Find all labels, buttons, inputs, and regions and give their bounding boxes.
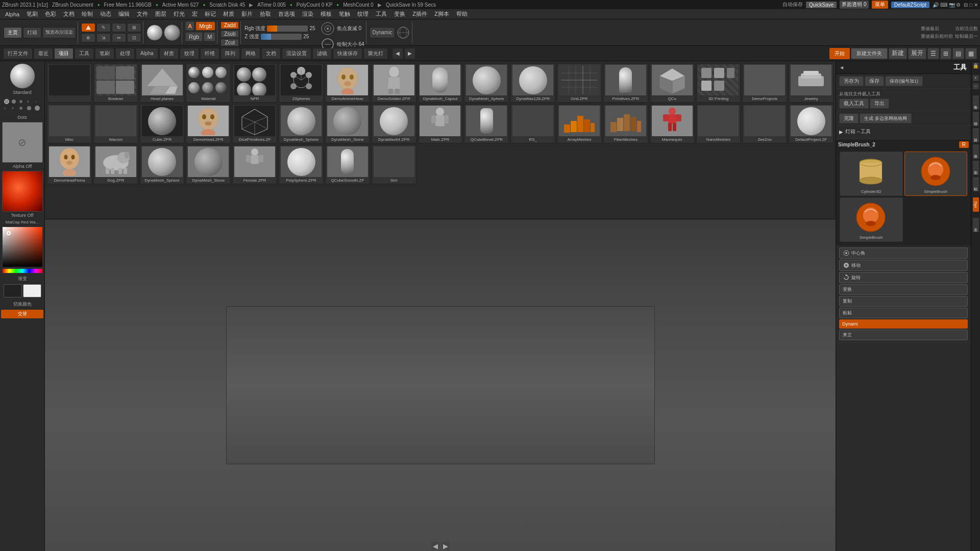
zadd-btn[interactable]: Zadd	[220, 21, 239, 29]
tab-recent[interactable]: 最近	[34, 48, 53, 59]
project-item-primitives[interactable]: Primitives.ZPR	[603, 63, 648, 103]
fr-stand-btn[interactable]: 来立	[972, 217, 979, 233]
brush-sphere[interactable]	[146, 24, 163, 41]
center-pivot-btn[interactable]: 中心角	[839, 247, 968, 259]
project-item-demoprojects[interactable]: DemoProjects	[742, 63, 787, 103]
save-btn[interactable]: 保存	[865, 76, 884, 86]
r-label[interactable]: R	[959, 141, 969, 148]
menu-edit[interactable]: 编辑	[115, 9, 133, 19]
project-item-misc[interactable]: Misc	[47, 104, 92, 143]
project-item-demohead[interactable]: DemoHead.ZPR	[186, 104, 231, 143]
project-item-male[interactable]: Male.ZPR	[418, 104, 463, 143]
menu-document[interactable]: 文档	[60, 9, 78, 19]
project-item-sim[interactable]: Sim	[372, 145, 416, 184]
project-item-dice[interactable]: DicePrimitives.ZF	[232, 104, 277, 143]
menu-stroke[interactable]: 笔触	[336, 9, 353, 19]
view-grid-btn[interactable]: ⊞	[940, 48, 951, 59]
save-as-btn[interactable]: 另存为	[839, 76, 864, 86]
menu-prefs[interactable]: 首选项	[275, 9, 298, 19]
menu-movie[interactable]: 影片	[238, 9, 256, 19]
alpha-preview[interactable]: ⊘	[2, 122, 43, 163]
white-swatch[interactable]	[23, 284, 41, 297]
texture-preview[interactable]	[2, 171, 43, 212]
project-item-dynamesh-stone[interactable]: DynaMesh_Stone	[325, 104, 370, 143]
project-item-polysphere[interactable]: PolySphere.ZPR	[279, 145, 324, 184]
z-strength-slider[interactable]	[261, 34, 302, 40]
view-list-btn[interactable]: ☰	[927, 48, 939, 59]
zsub-btn[interactable]: Zsub	[220, 30, 239, 38]
project-item-dynamesh-sphere3[interactable]: DynaMesh_Sphere	[140, 145, 185, 184]
project-item-zeezoo[interactable]: ZeeZoo	[742, 104, 787, 143]
project-item-dog[interactable]: Dog.ZPR	[93, 145, 138, 184]
save-num-btn[interactable]: 保存(编号加1)	[885, 76, 923, 86]
m-btn[interactable]: M	[204, 32, 215, 41]
rgb-btn[interactable]: Rgb	[185, 32, 203, 41]
project-item-dynawax128[interactable]: DynaWax128.ZPR	[510, 63, 555, 103]
rgb-strength-slider[interactable]	[267, 26, 308, 32]
canvas-area[interactable]: ◀ ▶	[45, 219, 836, 551]
tab-lightbox[interactable]: 灯箱	[23, 27, 41, 38]
project-item-zspheres[interactable]: ZSpheres	[279, 63, 324, 103]
project-item-qcubesmooth[interactable]: QCubeSmooth.ZF	[325, 145, 370, 184]
paste-btn[interactable]: 粘贴	[839, 308, 968, 318]
tab-home[interactable]: 主页	[4, 27, 22, 38]
menu-render[interactable]: 渲染	[299, 9, 316, 19]
canvas-left-arrow[interactable]: ◀	[431, 542, 439, 550]
copy-btn[interactable]: 复制	[839, 296, 968, 307]
start-btn[interactable]: 开始	[829, 48, 850, 59]
menu-pick[interactable]: 拾取	[257, 9, 274, 19]
project-item-dynastone3[interactable]: DynaMesh_Stone	[186, 145, 231, 184]
menu-color[interactable]: 色彩	[42, 9, 59, 19]
import-btn[interactable]: 载入工具	[839, 98, 869, 109]
dynamic-tool-btn[interactable]: Dynami	[839, 319, 968, 329]
tab-texture[interactable]: 纹理	[180, 48, 199, 59]
tab-alpha[interactable]: Alpha	[136, 48, 158, 59]
panel-collapse-arrow[interactable]: ◀	[840, 65, 843, 70]
project-item-fibermeshes[interactable]: FiberMeshes	[603, 104, 648, 143]
fr-center-btn[interactable]: 中心角	[972, 95, 979, 110]
project-item-capsule[interactable]: DynaMesh_Capsul	[418, 63, 463, 103]
fr-rotate-btn[interactable]: 旋转	[972, 128, 979, 143]
menu-zplugin[interactable]: Z插件	[409, 9, 430, 19]
menu-alpha[interactable]: Alpha	[2, 10, 22, 18]
fr-paste-btn[interactable]: 粘贴	[972, 177, 979, 192]
project-item-nanomeshes[interactable]: NanoMeshes	[696, 104, 741, 143]
tab-array[interactable]: 阵列	[220, 48, 240, 59]
draw-mode-btn[interactable]	[81, 23, 95, 32]
exchange-btn[interactable]: 交替	[1, 310, 43, 318]
move-btn[interactable]: ⊕	[81, 33, 95, 42]
stand-btn[interactable]: 来立	[839, 330, 968, 340]
tab-filter[interactable]: 滤镜	[312, 48, 332, 59]
frame-btn[interactable]: ⊡	[127, 33, 141, 42]
project-item-boolean[interactable]: Boolean	[93, 63, 138, 103]
color-gradient[interactable]	[2, 227, 43, 267]
rotate-tool-btn[interactable]: 旋转	[839, 272, 968, 283]
tab-render-settings[interactable]: 渲染设置	[282, 48, 311, 59]
project-item-npr[interactable]: NPR	[232, 63, 277, 103]
project-item-dynawax64[interactable]: DynaWax64.ZPR	[372, 104, 416, 143]
rotate-btn[interactable]: ↻	[112, 23, 126, 32]
window-controls[interactable]: ⊟ □ ✕	[964, 2, 978, 8]
brush-half-sphere[interactable]	[164, 24, 180, 41]
project-item-jewelry[interactable]: Jewelry	[789, 63, 834, 103]
menu-macro[interactable]: 宏	[189, 9, 201, 19]
tab-tool[interactable]: 工具	[75, 48, 94, 59]
menu-animate[interactable]: 动态	[97, 9, 114, 19]
project-item-dynastone2[interactable]: DynaMesh_Sphere	[279, 104, 324, 143]
menu-template[interactable]: 模板	[317, 9, 335, 19]
new-folder-btn[interactable]: 新建文件夹	[851, 48, 888, 59]
tab-process[interactable]: 处理	[115, 48, 135, 59]
fr-transform-btn[interactable]: 变换	[972, 144, 979, 159]
gen-mesh-btn[interactable]: 生成 多边形网格格网	[860, 113, 912, 123]
interface-transparency-button[interactable]: 界面透明 0	[840, 1, 868, 9]
project-item-default[interactable]: DefaultProject.ZF	[789, 104, 834, 143]
tab-material[interactable]: 材质	[159, 48, 179, 59]
project-item-wacom[interactable]: Wacom	[93, 104, 138, 143]
hue-bar[interactable]	[2, 268, 43, 273]
dynamic-btn[interactable]: Dynamic	[370, 27, 396, 38]
quicksave-button[interactable]: QuickSave	[806, 2, 837, 8]
snap-btn[interactable]: ⊞	[127, 23, 141, 32]
menu-texture[interactable]: 纹理	[354, 9, 372, 19]
project-item-demoheadfema[interactable]: DemoHeadFema	[47, 145, 92, 184]
menu-transform[interactable]: 变换	[391, 9, 408, 19]
